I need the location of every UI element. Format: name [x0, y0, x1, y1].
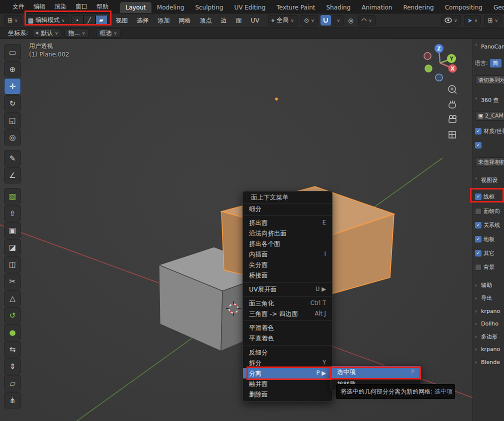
tab-modeling[interactable]: Modeling [152, 2, 190, 14]
menu-mesh[interactable]: 网格 [175, 14, 195, 28]
camera-item-button[interactable]: ▣ 2_CAM [475, 111, 504, 120]
switch-object-button[interactable]: 请切换到对 [475, 76, 504, 85]
panel-title[interactable]: ˅PanoCam [475, 42, 504, 52]
extra-checkbox[interactable]: ✓ [475, 142, 482, 148]
menu-edge[interactable]: 边 [217, 14, 231, 28]
face-select-button[interactable]: ▰ [96, 15, 108, 26]
section-view-settings[interactable]: ˅视图设 [475, 175, 504, 185]
menu-uv[interactable]: UV [247, 14, 264, 28]
menu-face[interactable]: 面 [232, 14, 246, 28]
tool-knife[interactable]: ✂ [4, 273, 21, 290]
overlays-dropdown[interactable]: ⊞ ∨ [484, 15, 502, 26]
menu-help[interactable]: 帮助 [92, 0, 113, 14]
tool-transform[interactable]: ◎ [4, 129, 21, 146]
section-assist[interactable]: ›辅助 [475, 280, 504, 290]
box-select-dropdown[interactable]: 框选 ∨ [96, 28, 120, 38]
section-export[interactable]: ›导出 [475, 293, 504, 303]
tool-rotate[interactable]: ↻ [4, 95, 21, 112]
relationship-lines-checkbox[interactable]: ✓ [475, 222, 482, 228]
tab-layout[interactable]: Layout [120, 2, 152, 14]
editor-type-dropdown[interactable]: ⊞ ∨ [4, 15, 22, 26]
menu-edit[interactable]: 编辑 [29, 0, 50, 14]
tool-shrink-fatten[interactable]: ⇕ [4, 358, 21, 374]
navigation-gizmo[interactable]: Z Y X [424, 44, 457, 81]
tool-bevel[interactable]: ◪ [4, 239, 21, 256]
menu-item-extrude-faces[interactable]: 挤出面E [243, 218, 332, 228]
mode-dropdown[interactable]: ▦ 编辑模式 ∨ [24, 15, 68, 26]
tool-move[interactable]: ✛ [4, 78, 21, 94]
gizmo-x-neg[interactable] [424, 52, 431, 60]
pivot-point-dropdown[interactable]: ⊙ ∨ [300, 15, 318, 26]
tab-geometry-nodes[interactable]: Geometry Nodes [488, 2, 504, 14]
tool-poly-build[interactable]: △ [4, 290, 21, 306]
gizmos-dropdown[interactable]: ➤ ∨ [464, 15, 482, 26]
no-camera-button[interactable]: 未选择相机 [475, 158, 504, 167]
menu-view[interactable]: 视图 [112, 14, 132, 28]
menu-item-tris-to-quads[interactable]: 三角面 -> 四边面Alt J [243, 308, 332, 319]
face-orientation-checkbox[interactable] [475, 208, 482, 214]
tool-rip-region[interactable]: ⋔ [4, 392, 21, 408]
coord-default-dropdown[interactable]: ⌖ 默认 ∨ [32, 28, 62, 38]
menu-item-extrude-individual[interactable]: 挤出各个面 [243, 238, 332, 249]
tool-spin[interactable]: ↺ [4, 307, 21, 324]
ortho-toggle-button[interactable] [449, 132, 456, 138]
tab-sculpting[interactable]: Sculpting [190, 2, 228, 14]
wireframe-checkbox[interactable]: ✓ [475, 194, 482, 200]
menu-item-shade-flat[interactable]: 平直着色 [243, 333, 332, 344]
gizmo-z-neg[interactable] [436, 74, 442, 81]
visibility-dropdown[interactable]: ∨ [441, 15, 461, 26]
section-blender[interactable]: ›Blende [475, 357, 504, 367]
tool-add-cube[interactable]: ▧ [4, 188, 21, 204]
tab-animation[interactable]: Animation [356, 2, 398, 14]
tool-measure[interactable]: ∠ [4, 167, 21, 184]
tab-shading[interactable]: Shading [320, 2, 356, 14]
menu-select[interactable]: 选择 [133, 14, 153, 28]
material-world-checkbox[interactable]: ✓ [475, 128, 482, 134]
viewport-3d[interactable]: Z Y X [0, 39, 472, 421]
transform-orientation-dropdown[interactable]: ⌖ 全局 ∨ [268, 15, 298, 26]
tool-annotate[interactable]: ✎ [4, 150, 21, 166]
menu-item-uv-unwrap[interactable]: UV展开面U ▶ [243, 284, 332, 294]
menu-item-dissolve-faces[interactable]: 融并面 [243, 378, 332, 389]
vertex-select-button[interactable]: • [72, 15, 84, 26]
tab-texture-paint[interactable]: Texture Paint [271, 2, 320, 14]
tool-edge-slide[interactable]: ⇆ [4, 341, 21, 358]
menu-item-separate[interactable]: 分离P ▶ [243, 368, 332, 378]
menu-item-poke-faces[interactable]: 尖分面 [243, 260, 332, 270]
tool-loop-cut[interactable]: ◫ [4, 256, 21, 272]
snap-toggle-button[interactable] [320, 15, 331, 26]
pan-hand-button[interactable] [449, 100, 456, 108]
section-dollhouse[interactable]: ›Dollho [475, 318, 504, 328]
falloff-dropdown[interactable]: ◠ ∨ [358, 15, 376, 26]
edge-select-button[interactable]: ╱ [84, 15, 96, 26]
language-button[interactable]: 简 [490, 59, 502, 68]
menu-item-delete-faces[interactable]: 删除面 [243, 389, 332, 400]
menu-render[interactable]: 渲染 [50, 0, 71, 14]
floor-checkbox[interactable]: ✓ [475, 236, 482, 242]
menu-item-bridge-faces[interactable]: 桥接面 [243, 270, 332, 280]
tool-cursor[interactable]: ⊕ [4, 61, 21, 78]
section-krpano-1[interactable]: ›krpano [475, 306, 504, 316]
tool-shear[interactable]: ▱ [4, 375, 21, 392]
tool-inset-faces[interactable]: ▣ [4, 222, 21, 238]
background-checkbox[interactable] [475, 264, 482, 270]
tab-rendering[interactable]: Rendering [398, 2, 439, 14]
tab-uv-editing[interactable]: UV Editing [228, 2, 271, 14]
menu-window[interactable]: 窗口 [71, 0, 92, 14]
menu-item-extrude-along-normals[interactable]: 沿法向挤出面 [243, 228, 332, 238]
camera-view-button[interactable] [449, 116, 456, 122]
menu-item-triangulate[interactable]: 面三角化Ctrl T [243, 298, 332, 308]
tool-extrude-region[interactable]: ⇧ [4, 205, 21, 222]
zoom-button[interactable] [448, 86, 456, 94]
tab-compositing[interactable]: Compositing [440, 2, 488, 14]
gizmo-y-neg[interactable] [425, 65, 432, 72]
drag-dropdown[interactable]: 拖... ∨ [64, 28, 88, 38]
menu-file[interactable]: 文件 [8, 0, 29, 14]
menu-add[interactable]: 添加 [154, 14, 174, 28]
section-360[interactable]: ˅360 查 [475, 95, 504, 105]
snap-settings-dropdown[interactable]: ∨ [334, 15, 344, 26]
menu-item-split[interactable]: 拆分Y [243, 358, 332, 368]
section-krpano-2[interactable]: ›krpano [475, 344, 504, 354]
tool-smooth[interactable]: ● [4, 324, 21, 340]
section-polygon[interactable]: ›多边形 [475, 332, 504, 342]
